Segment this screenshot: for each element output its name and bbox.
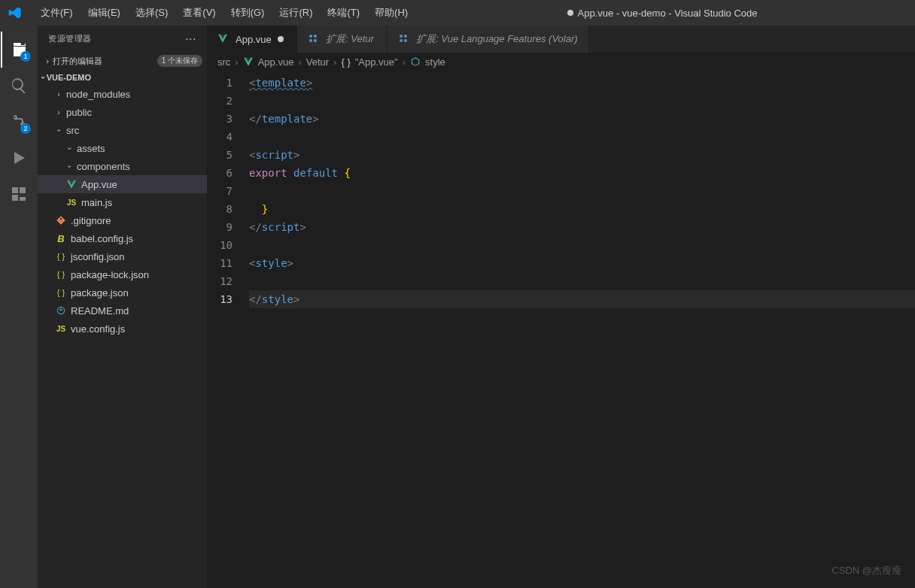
editor-tab[interactable]: 扩展: Vetur <box>297 26 388 53</box>
tree-item-label: README.md <box>71 305 129 317</box>
js-file-icon: JS <box>65 199 78 207</box>
json-icon: { } <box>341 56 350 68</box>
project-header[interactable]: › VUE-DEMO <box>38 70 207 85</box>
activity-explorer[interactable]: 1 <box>1 32 37 68</box>
watermark: CSDN @杰瘦瘦 <box>831 564 901 577</box>
file-item[interactable]: { }package-lock.json <box>38 265 207 283</box>
git-file-icon <box>54 215 68 226</box>
chevron-down-icon: › <box>39 76 48 79</box>
tree-item-label: vue.config.js <box>71 323 125 335</box>
menu-item[interactable]: 文件(F) <box>33 2 81 24</box>
editor-tab[interactable]: App.vue <box>207 26 297 53</box>
chevron-right-icon: › <box>235 56 238 68</box>
tree-item-label: babel.config.js <box>71 233 133 244</box>
file-item[interactable]: { }jsconfig.json <box>38 247 207 265</box>
file-item[interactable]: { }package.json <box>38 283 207 302</box>
folder-item[interactable]: ›public <box>38 103 207 121</box>
chevron-right-icon: › <box>298 56 301 68</box>
tree-item-label: assets <box>77 143 105 154</box>
menu-item[interactable]: 运行(R) <box>272 2 320 24</box>
file-item[interactable]: .gitignore <box>38 211 207 229</box>
extension-icon <box>308 33 318 46</box>
activity-debug[interactable] <box>1 140 37 176</box>
menu-item[interactable]: 编辑(E) <box>81 2 128 24</box>
file-item[interactable]: Bbabel.config.js <box>38 229 207 247</box>
menu-item[interactable]: 终端(T) <box>320 2 367 24</box>
babel-file-icon: B <box>54 233 68 244</box>
json-file-icon: { } <box>54 252 68 261</box>
chevron-down-icon: › <box>65 144 74 153</box>
activity-search[interactable] <box>1 68 37 104</box>
cube-icon <box>410 56 421 67</box>
folder-item[interactable]: ›src <box>38 121 207 139</box>
tab-label: 扩展: Vue Language Features (Volar) <box>416 32 578 46</box>
more-icon[interactable]: ··· <box>185 32 196 46</box>
title-bar: 文件(F)编辑(E)选择(S)查看(V)转到(G)运行(R)终端(T)帮助(H)… <box>0 0 915 26</box>
tab-label: 扩展: Vetur <box>326 32 374 46</box>
json-file-icon: { } <box>54 288 68 297</box>
extension-icon <box>398 33 409 46</box>
file-item[interactable]: JSvue.config.js <box>38 320 207 338</box>
file-item[interactable]: README.md <box>38 302 207 320</box>
breadcrumb-part[interactable]: App.vue <box>258 56 294 68</box>
breadcrumb-part[interactable]: style <box>425 56 445 68</box>
chevron-right-icon: › <box>333 56 336 68</box>
dirty-dot-icon <box>567 10 573 16</box>
editor-tab[interactable]: 扩展: Vue Language Features (Volar) <box>388 26 589 53</box>
activity-bar: 1 2 <box>0 26 38 588</box>
window-title-text: App.vue - vue-demo - Visual Studio Code <box>578 8 758 19</box>
folder-item[interactable]: ›assets <box>38 139 207 157</box>
project-name: VUE-DEMO <box>47 73 91 82</box>
file-item[interactable]: App.vue <box>38 175 207 193</box>
tree-item-label: package-lock.json <box>71 269 149 280</box>
chevron-down-icon: › <box>65 162 74 171</box>
code-content[interactable]: <template></template><script>export defa… <box>242 71 915 588</box>
breadcrumb-part[interactable]: "App.vue" <box>355 56 398 68</box>
breadcrumb-part[interactable]: Vetur <box>306 56 329 68</box>
tree-item-label: package.json <box>71 287 129 299</box>
activity-scm[interactable]: 2 <box>1 104 37 140</box>
tree-item-label: jsconfig.json <box>71 251 125 262</box>
tree-item-label: main.js <box>81 197 112 208</box>
file-item[interactable]: JSmain.js <box>38 193 207 211</box>
scm-badge: 2 <box>20 123 31 134</box>
activity-extensions[interactable] <box>1 176 37 212</box>
tree-item-label: App.vue <box>81 179 117 190</box>
window-title: App.vue - vue-demo - Visual Studio Code <box>415 8 909 19</box>
tree-item-label: components <box>77 161 130 172</box>
folder-item[interactable]: ›components <box>38 157 207 175</box>
menu-bar: 文件(F)编辑(E)选择(S)查看(V)转到(G)运行(R)终端(T)帮助(H) <box>33 2 415 24</box>
chevron-right-icon: › <box>403 56 406 68</box>
unsaved-badge: 1 个未保存 <box>157 55 202 67</box>
sidebar: 资源管理器 ··· › 打开的编辑器 1 个未保存 › VUE-DEMO ›no… <box>38 26 207 588</box>
md-file-icon <box>54 305 68 316</box>
menu-item[interactable]: 帮助(H) <box>367 2 415 24</box>
folder-item[interactable]: ›node_modules <box>38 85 207 103</box>
chevron-down-icon: › <box>55 126 63 135</box>
tree-item-label: .gitignore <box>71 215 111 226</box>
line-gutter: 12345678910111213 <box>207 71 242 588</box>
open-editors-section[interactable]: › 打开的编辑器 1 个未保存 <box>38 52 207 70</box>
menu-item[interactable]: 选择(S) <box>128 2 175 24</box>
js-file-icon: JS <box>54 325 68 333</box>
explorer-badge: 1 <box>20 51 31 62</box>
breadcrumb[interactable]: src›App.vue›Vetur›{ }"App.vue"›style <box>207 53 915 71</box>
menu-item[interactable]: 查看(V) <box>175 2 223 24</box>
menu-item[interactable]: 转到(G) <box>223 2 272 24</box>
tab-label: App.vue <box>236 34 272 45</box>
editor-tabs: App.vue扩展: Vetur扩展: Vue Language Feature… <box>207 26 915 53</box>
chevron-right-icon: › <box>54 108 63 117</box>
tree-item-label: public <box>66 107 92 118</box>
vue-file-icon <box>65 179 78 189</box>
chevron-right-icon: › <box>54 90 63 99</box>
open-editors-label: 打开的编辑器 <box>53 56 102 67</box>
sidebar-header: 资源管理器 ··· <box>38 26 207 52</box>
editor-body[interactable]: 12345678910111213 <template></template><… <box>207 71 915 588</box>
breadcrumb-part[interactable]: src <box>217 56 230 68</box>
sidebar-title: 资源管理器 <box>48 33 92 44</box>
chevron-right-icon: › <box>42 56 53 65</box>
tree-item-label: node_modules <box>66 89 130 100</box>
vscode-icon <box>6 4 24 22</box>
tree-item-label: src <box>66 125 79 136</box>
editor-area: App.vue扩展: Vetur扩展: Vue Language Feature… <box>207 26 915 588</box>
